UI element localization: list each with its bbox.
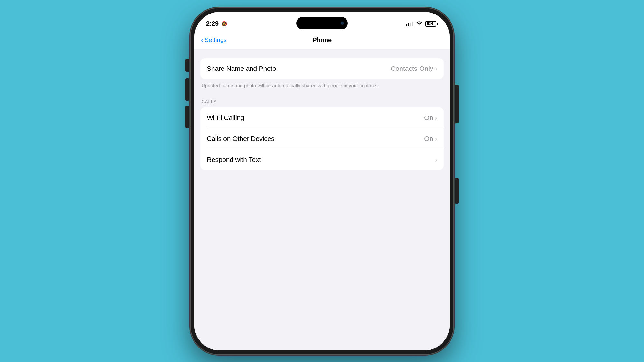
- back-chevron-icon: ‹: [201, 36, 203, 44]
- volume-down-button[interactable]: [185, 106, 189, 128]
- respond-text-value-container: ›: [435, 156, 437, 163]
- calls-other-devices-label: Calls on Other Devices: [207, 135, 274, 143]
- power-button[interactable]: [455, 85, 459, 123]
- back-label: Settings: [204, 36, 227, 43]
- signal-icon: [406, 21, 413, 26]
- signal-bar-3: [410, 23, 411, 26]
- signal-bar-2: [408, 23, 409, 26]
- wifi-calling-value-container: On ›: [424, 114, 437, 122]
- share-name-footer: Updated name and photo will be automatic…: [194, 79, 450, 97]
- mute-button[interactable]: [185, 59, 189, 72]
- wifi-icon: [416, 20, 423, 27]
- contacts-only-label: Contacts Only: [391, 65, 433, 72]
- wifi-calling-label: Wi‑Fi Calling: [207, 114, 244, 122]
- phone-device: 2:29 🔕: [190, 7, 454, 355]
- share-name-label: Share Name and Photo: [207, 65, 276, 72]
- respond-text-chevron-icon: ›: [435, 156, 437, 163]
- navigation-bar: ‹ Settings Phone: [194, 31, 450, 49]
- calls-other-devices-value: On: [424, 135, 433, 143]
- calls-other-devices-chevron-icon: ›: [435, 135, 437, 143]
- wifi-calling-value: On: [424, 114, 433, 122]
- calls-section-header: CALLS: [194, 97, 450, 107]
- respond-text-row[interactable]: Respond with Text ›: [200, 149, 444, 170]
- calls-other-devices-row[interactable]: Calls on Other Devices On ›: [200, 128, 444, 149]
- right-button-2: [455, 178, 459, 204]
- battery-icon: 80: [425, 21, 438, 27]
- share-name-section: Share Name and Photo Contacts Only ›: [200, 58, 444, 79]
- page-title: Phone: [312, 36, 332, 44]
- wifi-calling-chevron-icon: ›: [435, 114, 437, 122]
- camera-indicator: [341, 22, 344, 25]
- back-button[interactable]: ‹ Settings: [201, 36, 227, 44]
- share-name-value-container: Contacts Only ›: [391, 65, 437, 72]
- signal-bar-4: [412, 22, 413, 26]
- mute-icon: 🔕: [221, 21, 227, 27]
- phone-screen: 2:29 🔕: [194, 12, 450, 350]
- wifi-calling-row[interactable]: Wi‑Fi Calling On ›: [200, 107, 444, 128]
- status-left: 2:29 🔕: [206, 20, 227, 27]
- dynamic-island: [296, 17, 348, 29]
- share-name-chevron-icon: ›: [435, 65, 437, 72]
- battery-percent: 80: [429, 22, 432, 25]
- settings-content: Share Name and Photo Contacts Only › Upd…: [194, 49, 450, 350]
- status-time: 2:29: [206, 20, 219, 27]
- battery-tip: [437, 23, 438, 25]
- calls-section: Wi‑Fi Calling On › Calls on Other Device…: [200, 107, 444, 170]
- status-right: 80: [406, 20, 438, 27]
- volume-up-button[interactable]: [185, 78, 189, 101]
- calls-other-devices-value-container: On ›: [424, 135, 437, 143]
- respond-text-label: Respond with Text: [207, 156, 261, 163]
- share-name-row[interactable]: Share Name and Photo Contacts Only ›: [200, 58, 444, 79]
- signal-bar-1: [406, 24, 407, 26]
